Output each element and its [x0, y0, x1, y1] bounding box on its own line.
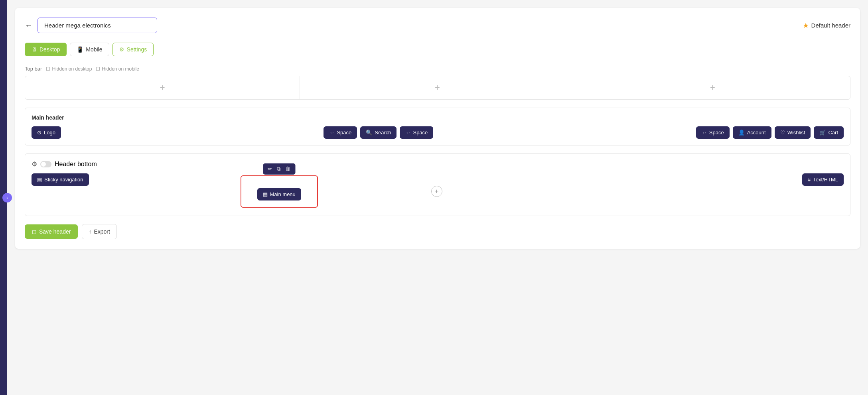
bottom-right-area: # Text/HTML	[470, 173, 844, 186]
header-bottom-toggle[interactable]	[40, 161, 51, 167]
header-left: ←	[25, 18, 157, 33]
block-wishlist-label: Wishlist	[787, 130, 805, 136]
space-icon-3: ↔	[702, 130, 707, 136]
wishlist-icon: ♡	[780, 130, 785, 136]
export-button[interactable]: ↑ Export	[82, 224, 116, 239]
menu-icon: ▦	[263, 191, 268, 197]
hidden-mobile-icon: ☐	[96, 66, 100, 72]
top-bar-cell-2[interactable]: +	[300, 76, 575, 99]
edit-icon-btn[interactable]: ✏	[267, 165, 273, 173]
editor-container: ← ★ Default header 🖥 Desktop 📱 Mobile	[15, 8, 860, 249]
hidden-desktop-badge: ☐ Hidden on desktop	[46, 66, 92, 72]
block-space-1-label: Space	[337, 130, 351, 136]
block-cart[interactable]: 🛒 Cart	[814, 126, 844, 139]
search-icon: 🔍	[366, 130, 372, 136]
block-account-label: Account	[747, 130, 766, 136]
block-wishlist[interactable]: ♡ Wishlist	[775, 126, 811, 139]
tab-mobile[interactable]: 📱 Mobile	[70, 43, 109, 56]
cart-icon: 🛒	[819, 130, 826, 136]
block-logo[interactable]: ⊙ Logo	[32, 126, 61, 139]
top-bar-cell-1[interactable]: +	[25, 76, 300, 99]
block-space-2-label: Space	[413, 130, 428, 136]
block-space-3-label: Space	[709, 130, 724, 136]
main-menu-popup: ✏ ⧉ 🗑	[263, 163, 295, 175]
center-area: ✏ ⧉ 🗑 ▦ Main menu +	[92, 173, 466, 209]
mobile-icon: 📱	[77, 46, 83, 53]
block-logo-label: Logo	[44, 130, 55, 136]
plus-after-menu[interactable]: +	[431, 186, 442, 197]
logo-icon: ⊙	[37, 130, 41, 136]
header-bottom-header-row: ⚙ Header bottom	[32, 160, 844, 168]
settings-icon: ⚙	[119, 46, 124, 53]
monitor-icon: 🖥	[32, 46, 37, 53]
top-bar-grid: + + +	[25, 76, 850, 100]
block-text-html-label: Text/HTML	[813, 177, 838, 183]
default-header-label: Default header	[811, 22, 850, 29]
block-account[interactable]: 👤 Account	[733, 126, 771, 139]
red-outline-container: ✏ ⧉ 🗑 ▦ Main menu	[241, 175, 318, 208]
bottom-blocks-row: ▤ Sticky navigation ✏ ⧉ 🗑	[32, 173, 844, 209]
account-icon: 👤	[738, 130, 745, 136]
text-icon: #	[808, 177, 811, 183]
block-sticky-label: Sticky navigation	[44, 177, 83, 183]
sidebar: ‹	[0, 0, 7, 395]
save-header-button[interactable]: ◻ Save header	[25, 224, 78, 239]
top-bar-label: Top bar ☐ Hidden on desktop ☐ Hidden on …	[25, 66, 850, 72]
header-top-row: ← ★ Default header	[25, 18, 850, 33]
back-button[interactable]: ←	[25, 21, 33, 30]
action-row: ◻ Save header ↑ Export	[25, 224, 850, 239]
block-search[interactable]: 🔍 Search	[360, 126, 397, 139]
delete-icon-btn[interactable]: 🗑	[284, 165, 291, 173]
block-main-menu-label: Main menu	[270, 191, 296, 197]
main-content: ← ★ Default header 🖥 Desktop 📱 Mobile	[7, 0, 868, 395]
space-icon-2: ↔	[405, 130, 410, 136]
sidebar-toggle[interactable]: ‹	[2, 193, 12, 202]
block-search-label: Search	[375, 130, 391, 136]
bottom-left-area: ▤ Sticky navigation	[32, 173, 89, 186]
tab-desktop-label: Desktop	[39, 46, 60, 53]
gear-icon: ⚙	[32, 160, 37, 168]
space-icon-1: ↔	[329, 130, 334, 136]
main-header-section: Main header ⊙ Logo ↔ Space 🔍	[25, 108, 850, 145]
block-text-html[interactable]: # Text/HTML	[802, 173, 844, 186]
block-space-2[interactable]: ↔ Space	[400, 126, 433, 139]
top-bar-title: Top bar	[25, 66, 42, 72]
block-main-menu[interactable]: ▦ Main menu	[257, 188, 301, 200]
header-bottom-title: Header bottom	[55, 161, 97, 168]
hidden-desktop-icon: ☐	[46, 66, 50, 72]
tab-desktop[interactable]: 🖥 Desktop	[25, 43, 67, 56]
header-title-input[interactable]	[37, 18, 157, 33]
block-cart-label: Cart	[828, 130, 838, 136]
block-space-3[interactable]: ↔ Space	[696, 126, 730, 139]
main-header-title: Main header	[32, 114, 844, 121]
star-icon: ★	[803, 21, 809, 30]
default-header-badge: ★ Default header	[803, 21, 850, 30]
sticky-icon: ▤	[37, 177, 42, 183]
header-bottom-section: ⚙ Header bottom ▤ Sticky navigation	[25, 153, 850, 216]
save-label: Save header	[39, 228, 71, 235]
block-space-1[interactable]: ↔ Space	[324, 126, 357, 139]
copy-icon-btn[interactable]: ⧉	[276, 165, 281, 173]
hidden-mobile-badge: ☐ Hidden on mobile	[96, 66, 139, 72]
tab-mobile-label: Mobile	[86, 46, 102, 53]
view-tabs: 🖥 Desktop 📱 Mobile ⚙ Settings	[25, 43, 850, 56]
page-wrapper: ‹ ← ★ Default header 🖥 Desktop	[0, 0, 868, 395]
tab-settings-label: Settings	[127, 46, 147, 53]
tab-settings[interactable]: ⚙ Settings	[112, 43, 154, 56]
block-sticky-nav[interactable]: ▤ Sticky navigation	[32, 173, 89, 186]
top-bar-cell-3[interactable]: +	[575, 76, 850, 99]
export-label: Export	[94, 228, 110, 235]
main-header-blocks-row: ⊙ Logo ↔ Space 🔍 Search ↔	[32, 126, 844, 139]
export-icon: ↑	[89, 228, 91, 235]
save-icon: ◻	[32, 228, 37, 235]
